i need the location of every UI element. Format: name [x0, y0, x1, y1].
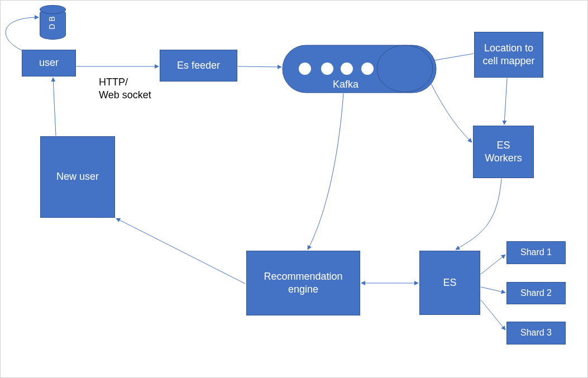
node-es-workers: ES Workers [473, 126, 534, 178]
node-user: user [22, 50, 76, 76]
edge-es-shard1 [481, 255, 505, 274]
edge-label-http: HTTP/ Web socket [99, 76, 151, 102]
node-reco: Recommendation engine [246, 251, 360, 315]
svg-point-2 [299, 63, 311, 75]
node-shard3-label: Shard 3 [520, 327, 552, 339]
diagram-canvas: DB user New user Es feeder HTTP/ Web soc… [0, 0, 588, 378]
edge-es-shard2 [481, 287, 505, 293]
edge-kafka-esworkers [431, 84, 472, 142]
db-label: DB [47, 14, 56, 29]
node-shard-2: Shard 2 [506, 282, 566, 304]
edge-reco-newuser [116, 218, 245, 284]
node-es-label: ES [443, 276, 456, 289]
node-user-label: user [39, 56, 59, 69]
svg-point-1 [377, 45, 433, 92]
node-new-user: New user [40, 136, 115, 218]
edge-kafka-reco [308, 93, 343, 250]
svg-rect-0 [283, 45, 436, 93]
edge-locmapper-esworkers [504, 78, 507, 125]
svg-point-5 [361, 63, 374, 75]
node-new-user-label: New user [56, 170, 99, 183]
edge-user-db [6, 17, 39, 51]
node-loc-mapper: Location to cell mapper [474, 32, 543, 78]
edge-newuser-user [53, 78, 56, 136]
edge-esfeeder-kafka [238, 66, 281, 67]
node-shard-3: Shard 3 [506, 322, 566, 344]
node-es-feeder: Es feeder [160, 50, 237, 82]
node-kafka: Kafka [283, 45, 436, 93]
svg-point-4 [341, 63, 353, 75]
node-shard-1: Shard 1 [506, 241, 566, 264]
node-kafka-label: Kafka [333, 79, 359, 90]
edge-esworkers-es [456, 179, 501, 250]
node-reco-label: Recommendation engine [264, 270, 342, 296]
node-es-feeder-label: Es feeder [177, 59, 220, 72]
node-loc-mapper-label: Location to cell mapper [482, 42, 534, 68]
node-shard1-label: Shard 1 [520, 247, 552, 259]
node-es: ES [419, 251, 480, 315]
node-shard2-label: Shard 2 [520, 288, 552, 299]
edge-es-shard3 [481, 300, 505, 330]
node-es-workers-label: ES Workers [485, 139, 522, 165]
svg-point-3 [321, 63, 333, 75]
edge-kafka-locmapper [434, 54, 474, 60]
